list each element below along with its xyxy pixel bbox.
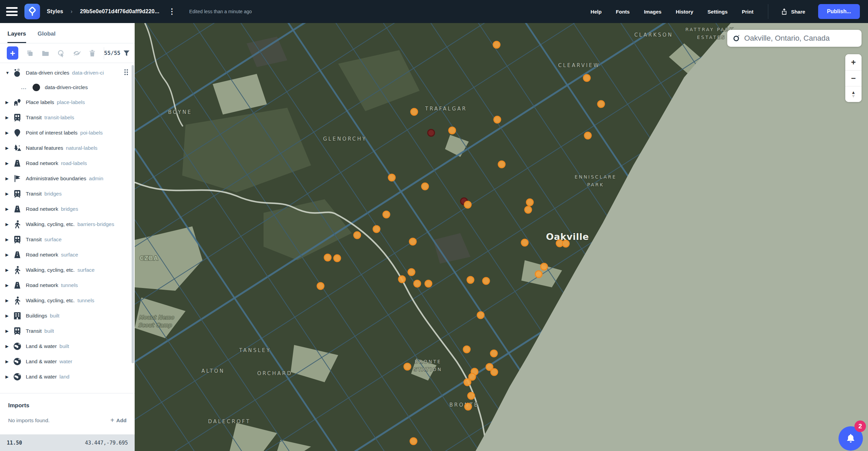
layer-row-administrative-boundaries-admin[interactable]: ▶Administrative boundariesadmin — [0, 171, 135, 186]
nav-images[interactable]: Images — [637, 5, 669, 18]
drag-handle-icon[interactable] — [124, 69, 130, 77]
expand-caret-icon[interactable]: ▶ — [5, 313, 13, 318]
layer-item-data-driven-circles[interactable]: ...data-driven-circles — [0, 80, 135, 95]
road-icon — [13, 159, 22, 168]
expand-caret-icon[interactable]: ▶ — [5, 268, 13, 272]
layer-item-name: data-driven-circles — [45, 84, 88, 90]
nav-fonts[interactable]: Fonts — [609, 5, 637, 18]
expand-caret-icon[interactable]: ▼ — [5, 70, 13, 75]
add-import-button[interactable]: + Add — [110, 416, 127, 424]
data-point-orange — [494, 116, 501, 123]
layer-row-road-network-surface[interactable]: ▶Road networksurface — [0, 247, 135, 262]
tab-layers[interactable]: Layers — [7, 30, 26, 43]
layer-row-point-of-interest-labels-poi-labels[interactable]: ▶Point of interest labelspoi-labels — [0, 125, 135, 140]
layer-row-place-labels-place-labels[interactable]: ▶Place labelsplace-labels — [0, 95, 135, 110]
layer-group-name: Natural features — [26, 145, 63, 151]
layer-row-transit-surface[interactable]: ▶Transitsurface — [0, 232, 135, 247]
expand-caret-icon[interactable]: ▶ — [5, 298, 13, 303]
zoom-out-button[interactable]: − — [845, 70, 862, 86]
expand-caret-icon[interactable]: ▶ — [5, 146, 13, 150]
breadcrumb-style-id[interactable]: 29b5e0e071d4f76d0aff9d220... — [80, 8, 159, 15]
layer-row-transit-bridges[interactable]: ▶Transitbridges — [0, 186, 135, 201]
layer-row-road-network-tunnels[interactable]: ▶Road networktunnels — [0, 278, 135, 293]
style-menu-dots-icon[interactable]: ⋮ — [166, 8, 178, 15]
delete-layer-icon[interactable] — [88, 49, 96, 58]
layer-item-menu-icon[interactable]: ... — [21, 84, 33, 90]
group-layers-icon[interactable] — [41, 49, 50, 58]
globe-icon — [13, 357, 22, 366]
layer-row-land-water-water[interactable]: ▶Land & waterwater — [0, 354, 135, 369]
breadcrumb-styles[interactable]: Styles — [47, 8, 63, 15]
expand-caret-icon[interactable]: ▶ — [5, 344, 13, 349]
tab-global[interactable]: Global — [38, 30, 56, 43]
top-bar: Styles › 29b5e0e071d4f76d0aff9d220... ⋮ … — [0, 0, 868, 23]
layer-source-name: barriers-bridges — [77, 221, 114, 227]
data-point-orange — [354, 232, 361, 239]
layer-row-buildings-built[interactable]: ▶Buildingsbuilt — [0, 308, 135, 323]
nav-history[interactable]: History — [669, 5, 700, 18]
layer-row-road-network-road-labels[interactable]: ▶Road networkroad-labels — [0, 156, 135, 171]
expand-caret-icon[interactable]: ▶ — [5, 359, 13, 364]
scrollbar[interactable] — [132, 65, 134, 363]
map-label-bronte: BRONTE — [449, 402, 479, 408]
map-canvas[interactable]: CLARKSONRATTRAY PARKESTATESCLEARVIEWTRAF… — [135, 23, 868, 451]
data-point-orange — [521, 239, 528, 246]
expand-caret-icon[interactable]: ▶ — [5, 115, 13, 120]
zoom-in-button[interactable]: + — [845, 54, 862, 70]
layer-toolbar: + 55/55 — [0, 43, 135, 63]
layer-source-name: transit-labels — [44, 115, 74, 121]
transit-icon — [13, 113, 22, 122]
nav-settings[interactable]: Settings — [700, 5, 735, 18]
expand-caret-icon[interactable]: ▶ — [5, 100, 13, 105]
data-point-orange — [562, 240, 569, 247]
data-point-orange — [498, 161, 505, 168]
layer-group-name: Land & water — [26, 358, 57, 365]
expand-caret-icon[interactable]: ▶ — [5, 237, 13, 242]
expand-caret-icon[interactable]: ▶ — [5, 252, 13, 257]
layer-source-name: tunnels — [77, 298, 94, 304]
expand-caret-icon[interactable]: ▶ — [5, 130, 13, 135]
expand-caret-icon[interactable]: ▶ — [5, 283, 13, 288]
data-point-orange — [584, 132, 591, 139]
layer-row-land-water-built[interactable]: ▶Land & waterbuilt — [0, 339, 135, 354]
duplicate-layer-icon[interactable] — [26, 49, 34, 58]
edited-status: Edited less than a minute ago — [189, 9, 252, 14]
expand-caret-icon[interactable]: ▶ — [5, 207, 13, 211]
expand-caret-icon[interactable]: ▶ — [5, 329, 13, 333]
layer-row-walking-cycling-etc-barriers-bridges[interactable]: ▶Walking, cycling, etc.barriers-bridges — [0, 217, 135, 232]
layer-group-name: Walking, cycling, etc. — [26, 221, 75, 227]
layer-row-natural-features-natural-labels[interactable]: ▶Natural featuresnatural-labels — [0, 140, 135, 156]
nav-print[interactable]: Print — [735, 5, 760, 18]
map-label-mount-nemo: Mount Nemo — [139, 314, 174, 321]
map-label-alton: ALTON — [201, 368, 225, 374]
search-input[interactable] — [744, 34, 857, 43]
layer-row-transit-transit-labels[interactable]: ▶Transittransit-labels — [0, 110, 135, 125]
layer-row-walking-cycling-etc-tunnels[interactable]: ▶Walking, cycling, etc.tunnels — [0, 293, 135, 308]
hide-layer-icon[interactable] — [73, 49, 81, 58]
expand-caret-icon[interactable]: ▶ — [5, 191, 13, 196]
expand-caret-icon[interactable]: ▶ — [5, 222, 13, 227]
publish-button[interactable]: Publish... — [818, 4, 860, 19]
expand-caret-icon[interactable]: ▶ — [5, 176, 13, 181]
layer-group-name: Place labels — [26, 99, 54, 105]
data-point-orange — [334, 255, 341, 262]
layer-row-walking-cycling-etc-surface[interactable]: ▶Walking, cycling, etc.surface — [0, 262, 135, 278]
mapbox-studio-logo[interactable] — [24, 4, 40, 19]
place-icon — [13, 98, 22, 107]
filter-icon[interactable] — [123, 50, 130, 57]
expand-caret-icon[interactable]: ▶ — [5, 161, 13, 166]
hamburger-menu-icon[interactable] — [6, 7, 18, 16]
map-label-clearview: CLEARVIEW — [558, 62, 600, 68]
layer-row-data-driven-circles-data-driven-ci[interactable]: ▼Data-driven circlesdata-driven-ci — [0, 65, 135, 80]
add-layer-button[interactable]: + — [7, 46, 18, 60]
nav-help[interactable]: Help — [583, 5, 609, 18]
select-data-icon[interactable] — [57, 49, 65, 58]
layer-row-transit-built[interactable]: ▶Transitbuilt — [0, 323, 135, 339]
layer-row-road-network-bridges[interactable]: ▶Road networkbridges — [0, 201, 135, 217]
layer-row-land-water-land[interactable]: ▶Land & waterland — [0, 369, 135, 384]
compass-button[interactable]: ▲ ▼ — [845, 86, 862, 102]
data-point-orange — [463, 346, 470, 353]
expand-caret-icon[interactable]: ▶ — [5, 374, 13, 379]
share-button[interactable]: Share — [776, 4, 810, 19]
road-icon — [13, 250, 22, 259]
